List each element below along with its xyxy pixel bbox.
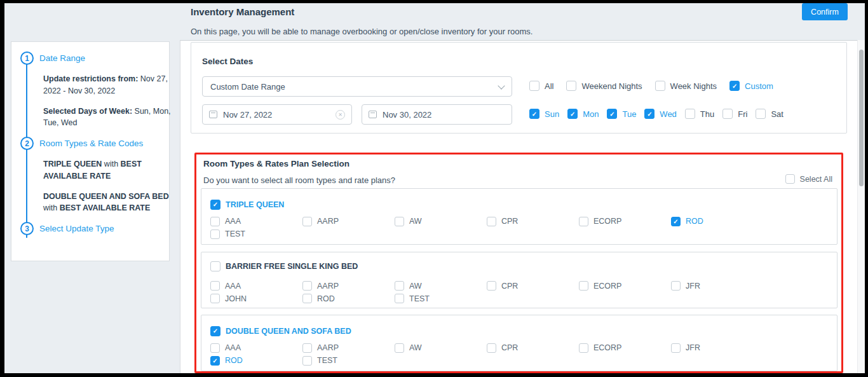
rate-code-rod[interactable]: ✓ROD (671, 217, 763, 226)
checkbox-indicator[interactable] (487, 217, 496, 226)
checkbox-indicator[interactable]: ✓ (567, 109, 578, 119)
step-number-badge[interactable]: 2 (20, 137, 34, 150)
checkbox-indicator[interactable] (395, 343, 404, 353)
rate-code-aarp[interactable]: AARP (302, 343, 395, 353)
start-date-input[interactable]: Nov 27, 2022 ✕ (202, 104, 352, 125)
rate-code-aaa[interactable]: AAA (210, 343, 302, 353)
filter-all[interactable]: All (529, 81, 553, 91)
checkbox-label: JOHN (225, 294, 247, 303)
checkbox-indicator[interactable]: ✓ (644, 109, 654, 119)
rate-code-aarp[interactable]: AARP (302, 217, 395, 226)
filter-week-nights[interactable]: Week Nights (655, 81, 717, 91)
stepper-step-select-update-type[interactable]: 3Select Update Type (20, 222, 160, 235)
checkbox-indicator[interactable] (302, 217, 312, 226)
checkbox-indicator[interactable] (756, 109, 766, 119)
rate-code-john[interactable]: JOHN (210, 294, 302, 303)
checkbox-indicator[interactable] (487, 343, 496, 353)
rate-code-ecorp[interactable]: ECORP (579, 343, 671, 353)
checkbox-indicator[interactable] (785, 174, 795, 184)
checkbox-indicator[interactable] (579, 217, 588, 226)
checkbox-indicator[interactable] (302, 343, 312, 353)
rate-code-ecorp[interactable]: ECORP (579, 281, 671, 291)
room-type-barrier-free-single-king-bed[interactable]: BARRIER FREE SINGLE KING BED (210, 261, 358, 271)
rate-code-rod[interactable]: ROD (302, 294, 395, 303)
stepper-step-label[interactable]: Select Update Type (39, 224, 114, 233)
day-tue[interactable]: ✓Tue (607, 109, 636, 119)
checkbox-indicator[interactable]: ✓ (210, 200, 220, 210)
day-sun[interactable]: ✓Sun (529, 109, 559, 119)
checkbox-indicator[interactable] (685, 109, 695, 119)
rate-code-aaa[interactable]: AAA (210, 217, 302, 226)
checkbox-indicator[interactable] (671, 281, 681, 291)
filter-weekend-nights[interactable]: Weekend Nights (566, 81, 642, 91)
checkbox-label: JFR (686, 343, 700, 352)
step-number: 3 (25, 224, 29, 233)
checkbox-indicator[interactable] (210, 294, 220, 303)
rate-code-ecorp[interactable]: ECORP (579, 217, 671, 226)
stepper-step-label[interactable]: Room Types & Rate Codes (39, 139, 143, 148)
checkbox-indicator[interactable] (529, 81, 539, 91)
stepper-step-room-types-rate-codes[interactable]: 2Room Types & Rate Codes (20, 137, 160, 150)
rate-code-rod[interactable]: ✓ROD (210, 356, 302, 366)
checkbox-indicator[interactable] (566, 81, 576, 91)
checkbox-indicator[interactable]: ✓ (529, 109, 539, 119)
end-date-input[interactable]: Nov 30, 2022 (362, 104, 512, 125)
scrollbar-thumb[interactable] (859, 50, 864, 186)
room-types-section: Room Types & Rates Plan Selection Do you… (194, 153, 843, 373)
filter-custom[interactable]: ✓Custom (729, 81, 773, 91)
rate-code-aw[interactable]: AW (395, 217, 487, 226)
checkbox-indicator[interactable]: ✓ (607, 109, 617, 119)
checkbox-indicator[interactable] (579, 343, 588, 353)
checkbox-indicator[interactable] (210, 230, 220, 239)
checkbox-label: AW (409, 343, 422, 352)
checkbox-indicator[interactable] (210, 281, 220, 291)
checkbox-indicator[interactable] (579, 281, 588, 291)
rate-code-test[interactable]: TEST (302, 356, 395, 366)
day-sat[interactable]: Sat (756, 109, 783, 119)
rate-code-jfr[interactable]: JFR (671, 343, 763, 353)
day-fri[interactable]: Fri (722, 109, 747, 119)
checkbox-indicator[interactable] (210, 261, 220, 271)
checkbox-indicator[interactable]: ✓ (729, 81, 740, 91)
clear-date-icon[interactable]: ✕ (336, 110, 345, 120)
date-range-select[interactable]: Custom Date Range (202, 76, 512, 97)
checkbox-indicator[interactable] (655, 81, 665, 91)
checkbox-indicator[interactable] (487, 281, 496, 291)
checkbox-indicator[interactable]: ✓ (671, 217, 681, 226)
step-number-badge[interactable]: 3 (20, 222, 34, 235)
stepper-step-label[interactable]: Date Range (39, 53, 85, 63)
confirm-button[interactable]: Confirm (802, 3, 848, 20)
checkbox-indicator[interactable] (722, 109, 733, 119)
day-wed[interactable]: ✓Wed (644, 109, 677, 119)
checkbox-label: AW (409, 282, 422, 291)
checkbox-indicator[interactable] (671, 343, 681, 353)
day-mon[interactable]: ✓Mon (567, 109, 599, 119)
select-dates-title: Select Dates (202, 57, 253, 66)
checkbox-indicator[interactable] (395, 294, 404, 303)
checkbox-indicator[interactable] (210, 217, 220, 226)
checkbox-indicator[interactable] (302, 294, 312, 303)
rate-code-cpr[interactable]: CPR (487, 281, 579, 291)
checkbox-indicator[interactable] (395, 281, 404, 291)
day-thu[interactable]: Thu (685, 109, 714, 119)
checkbox-indicator[interactable] (302, 356, 312, 366)
rate-code-aarp[interactable]: AARP (302, 281, 395, 291)
checkbox-indicator[interactable] (395, 217, 404, 226)
step-number-badge[interactable]: 1 (20, 51, 34, 65)
rate-code-test[interactable]: TEST (210, 230, 302, 239)
checkbox-indicator[interactable]: ✓ (210, 326, 220, 336)
rate-code-aw[interactable]: AW (395, 281, 487, 291)
select-all-checkbox[interactable]: Select All (785, 174, 832, 184)
checkbox-indicator[interactable]: ✓ (210, 356, 220, 366)
stepper-step-date-range[interactable]: 1Date Range (20, 51, 160, 65)
rate-code-aw[interactable]: AW (395, 343, 487, 353)
room-type-double-queen-and-sofa-bed[interactable]: ✓DOUBLE QUEEN AND SOFA BED (210, 326, 351, 336)
checkbox-indicator[interactable] (302, 281, 312, 291)
rate-code-cpr[interactable]: CPR (487, 217, 579, 226)
room-type-triple-queen[interactable]: ✓TRIPLE QUEEN (210, 200, 284, 210)
rate-code-test[interactable]: TEST (395, 294, 487, 303)
checkbox-indicator[interactable] (210, 343, 220, 353)
rate-code-aaa[interactable]: AAA (210, 281, 302, 291)
rate-code-jfr[interactable]: JFR (671, 281, 763, 291)
rate-code-cpr[interactable]: CPR (487, 343, 579, 353)
